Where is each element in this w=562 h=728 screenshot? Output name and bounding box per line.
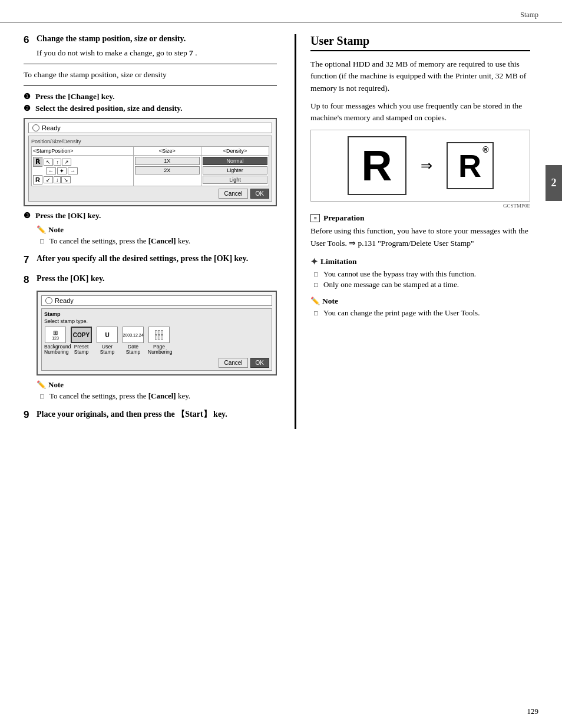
screen2-titlebar: Ready — [41, 295, 272, 306]
note-1-label: Note — [48, 225, 64, 235]
screen2-tab: Stamp — [44, 311, 269, 317]
step-7-number: 7 — [24, 254, 34, 266]
right-note-block: ✏️ Note □ You can change the print page … — [310, 297, 530, 318]
icon-preset[interactable]: COPY — [71, 327, 92, 343]
right-body1: The optional HDD and 32 MB of memory are… — [310, 58, 530, 94]
btn-lighter[interactable]: Lighter — [203, 166, 267, 174]
arrow-grid-top: ↖ ↑ ↗ — [44, 159, 71, 166]
sub3-num: ❸ — [24, 211, 33, 220]
btn-light[interactable]: Light — [203, 176, 267, 184]
arr-se[interactable]: ↘ — [61, 176, 71, 183]
right-note-text: You can change the print page with the U… — [323, 308, 480, 318]
icon-page-label: Page Numbering — [148, 344, 170, 355]
prep-label: Preparation — [323, 213, 365, 223]
icon-user-label: User Stamp — [96, 344, 118, 355]
screen2-buttons: Cancel OK — [44, 358, 269, 368]
screen1-titlebar: Ready — [28, 123, 272, 133]
section-name: Stamp — [520, 11, 538, 19]
stamp-illustration-inner: R ⇒ R ® — [320, 136, 520, 195]
screen1-ok-btn[interactable]: OK — [250, 189, 269, 199]
arr-nw[interactable]: ↖ — [44, 159, 53, 166]
screen2-title: Ready — [55, 297, 74, 304]
limit-bullet1: □ — [314, 271, 321, 278]
stamp-icon-user: U User Stamp — [96, 327, 118, 355]
limit-header: ✦ Limitation — [310, 256, 530, 267]
limit-text2: Only one message can be stamped at a tim… — [323, 280, 459, 289]
screen1-pos-mid: ← ✦ → — [46, 167, 78, 174]
size-buttons: 1X 2X — [135, 157, 200, 174]
step-6-block: 6 Change the stamp position, size or den… — [24, 34, 277, 246]
screen1-circle — [32, 124, 39, 131]
screen1-pos-grid: R̈ ↖ ↑ ↗ ← ✦ — [32, 156, 134, 186]
step-8-block: 8 Press the [OK] key. Ready Stamp Select… — [24, 274, 277, 401]
right-body2: Up to four messages which you use freque… — [310, 100, 530, 124]
arr-sw[interactable]: ↙ — [44, 176, 53, 183]
step-6-number: 6 — [24, 34, 34, 46]
sub1-text: Press the [Change] key. — [35, 92, 115, 101]
right-note-pencil-icon: ✏️ — [310, 297, 320, 306]
screen1-buttons: Cancel OK — [31, 189, 269, 199]
page-header: Stamp — [0, 0, 562, 22]
screen1-cancel-btn[interactable]: Cancel — [219, 189, 247, 199]
note-2-key: [Cancel] — [148, 391, 176, 400]
prep-header: ≡ Preparation — [310, 213, 530, 223]
sub1-num: ❶ — [24, 92, 33, 101]
note-2-item1: □ To cancel the settings, press the [Can… — [40, 391, 277, 401]
screen2-ok-btn[interactable]: OK — [250, 358, 269, 368]
note-2-text: To cancel the settings, press the [Cance… — [49, 391, 190, 401]
prep-body: Before using this function, you have to … — [310, 225, 530, 249]
divider-2 — [24, 85, 277, 86]
left-column: 6 Change the stamp position, size or den… — [24, 34, 277, 429]
step-8-heading: 8 Press the [OK] key. — [24, 274, 277, 286]
btn-2x[interactable]: 2X — [135, 166, 200, 174]
content-wrapper: 6 Change the stamp position, size or den… — [0, 22, 562, 441]
icon-date[interactable]: 2003.12.24 — [123, 327, 144, 343]
icon-bg-num[interactable]: ⊞ 123 — [45, 327, 66, 343]
arr-ne[interactable]: ↗ — [62, 159, 71, 166]
note-2-pencil-icon: ✏️ — [37, 380, 46, 390]
icon-user[interactable]: U — [97, 327, 118, 343]
arr-center[interactable]: ✦ — [57, 167, 67, 174]
tab-marker: 2 — [546, 165, 562, 201]
screen1-table: <StampPosition> <Size> <Density> R̈ — [31, 146, 269, 186]
step-9-block: 9 Place your originals, and then press t… — [24, 409, 277, 421]
step-9-key: 【Start】 — [177, 410, 211, 419]
screen2-cancel-btn[interactable]: Cancel — [219, 358, 247, 368]
screen1-col-size: <Size> — [133, 147, 201, 156]
note-1-bullet: □ — [40, 238, 47, 245]
btn-normal[interactable]: Normal — [203, 157, 267, 165]
limit-text1: You cannot use the bypass tray with this… — [323, 269, 476, 279]
note-1-key: [Cancel] — [148, 236, 176, 245]
arr-e[interactable]: → — [68, 167, 78, 174]
page-footer: 129 — [527, 707, 539, 716]
step-9-text: Place your originals, and then press the… — [37, 409, 227, 420]
btn-1x[interactable]: 1X — [135, 157, 200, 165]
sub3-text: Press the [OK] key. — [35, 211, 101, 220]
step-6-sub2: ❷ Select the desired position, size and … — [24, 104, 277, 113]
stamp-icons-row: ⊞ 123 Background Numbering COPY — [44, 327, 269, 355]
step-6-sub1: ❶ Press the [Change] key. — [24, 92, 277, 101]
step-9-heading: 9 Place your originals, and then press t… — [24, 409, 277, 421]
right-column: User Stamp The optional HDD and 32 MB of… — [295, 34, 530, 429]
step-7-text: After you specify all the desired settin… — [37, 254, 248, 263]
note-1-item1: □ To cancel the settings, press the [Can… — [40, 236, 277, 246]
screen1-size-col: 1X 2X — [133, 156, 201, 186]
arr-n[interactable]: ↑ — [54, 159, 61, 166]
step-6-heading: 6 Change the stamp position, size or den… — [24, 34, 277, 46]
step-8-number: 8 — [24, 274, 34, 286]
note-pencil-icon: ✏️ — [37, 225, 46, 235]
note-1-block: ✏️ Note □ To cancel the settings, press … — [37, 225, 277, 246]
step-7-block: 7 After you specify all the desired sett… — [24, 254, 277, 266]
to-change-label: To change the stamp position, size or de… — [24, 70, 277, 80]
arr-s[interactable]: ↓ — [54, 176, 61, 183]
density-buttons: Normal Lighter Light — [203, 157, 267, 184]
right-note-item1: □ You can change the print page with the… — [314, 308, 530, 318]
icon-page[interactable] — [148, 327, 170, 343]
limit-item2: □ Only one message can be stamped at a t… — [314, 280, 530, 289]
screen1-density-col: Normal Lighter Light — [201, 156, 269, 186]
stamp-icon-bg-num: ⊞ 123 Background Numbering — [44, 327, 67, 355]
icon-date-label: Date Stamp — [122, 344, 144, 355]
stamp-icon-date: 2003.12.24 Date Stamp — [122, 327, 144, 355]
screen1-col-pos: <StampPosition> — [32, 147, 134, 156]
arr-w[interactable]: ← — [46, 167, 56, 174]
